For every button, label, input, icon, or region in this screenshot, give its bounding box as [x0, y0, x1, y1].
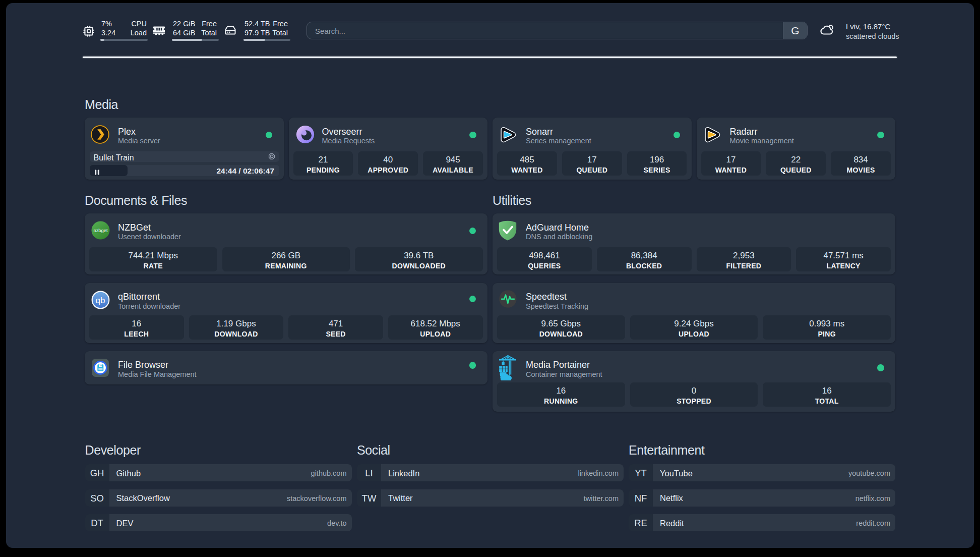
svg-text:nzbget: nzbget — [93, 228, 108, 233]
svg-text:qb: qb — [96, 295, 105, 305]
